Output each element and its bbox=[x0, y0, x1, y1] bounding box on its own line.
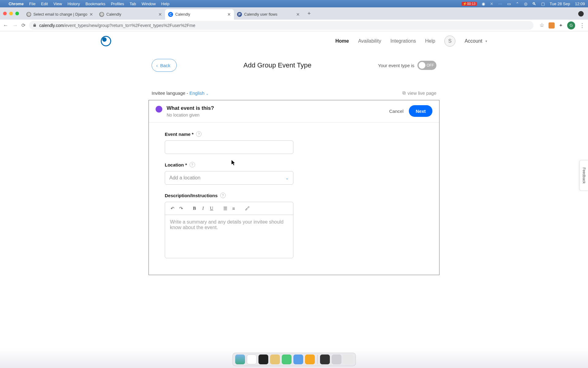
spotlight-icon[interactable]: 🔍︎ bbox=[532, 2, 536, 6]
feedback-tab[interactable]: Feedback bbox=[579, 160, 588, 191]
menubar-date[interactable]: Tue 28 Sep bbox=[550, 2, 570, 6]
numbered-list-icon[interactable]: ≡ bbox=[230, 205, 237, 212]
status-icon-2[interactable]: ✕ bbox=[490, 2, 493, 6]
close-icon[interactable]: ✕ bbox=[296, 12, 300, 17]
app-icon-4[interactable] bbox=[305, 355, 315, 364]
view-live-page-link[interactable]: ⧉ view live page bbox=[402, 90, 436, 96]
tab-2[interactable]: 🌐︎ Calendly ✕ bbox=[96, 9, 165, 20]
event-form-card: What event is this? No location given Ca… bbox=[149, 100, 439, 275]
language-dropdown[interactable]: English ⌄ bbox=[189, 90, 208, 96]
menubar-app[interactable]: Chrome bbox=[9, 2, 24, 6]
calendly-icon: C bbox=[168, 12, 173, 17]
invitee-language: Invitee language - English ⌄ bbox=[152, 90, 209, 96]
calendly-logo[interactable] bbox=[101, 36, 111, 46]
minimize-window[interactable] bbox=[9, 12, 13, 15]
menu-history[interactable]: History bbox=[67, 2, 80, 6]
close-icon[interactable]: ✕ bbox=[89, 12, 93, 17]
description-editor: ↶ ↷ B I U ☰ ≡ 🔗︎ bbox=[165, 202, 293, 258]
cancel-button[interactable]: Cancel bbox=[389, 109, 404, 114]
menu-view[interactable]: View bbox=[53, 2, 62, 6]
help-icon[interactable]: ? bbox=[196, 131, 202, 137]
description-textarea[interactable]: Write a summary and any details your inv… bbox=[165, 215, 293, 258]
status-icon[interactable]: ◉ bbox=[482, 2, 485, 6]
menu-file[interactable]: File bbox=[29, 2, 36, 6]
extension-icon[interactable] bbox=[548, 22, 555, 29]
dock-separator bbox=[317, 355, 318, 364]
dock-area bbox=[0, 350, 588, 368]
control-center-icon[interactable]: ◎ bbox=[524, 2, 527, 6]
redo-icon[interactable]: ↷ bbox=[177, 205, 185, 212]
maximize-window[interactable] bbox=[15, 12, 19, 15]
external-link-icon: ⧉ bbox=[402, 90, 406, 96]
tab-4[interactable]: P Calendly user flows ✕ bbox=[234, 9, 303, 20]
trash-icon[interactable] bbox=[343, 355, 353, 364]
avatar[interactable]: S bbox=[444, 36, 455, 47]
tab-3-active[interactable]: C Calendly ✕ bbox=[165, 9, 234, 20]
menu-tab[interactable]: Tab bbox=[130, 2, 136, 6]
finder-icon[interactable] bbox=[235, 355, 245, 364]
chevron-down-icon: ⌄ bbox=[206, 92, 209, 95]
tab-title: Select email to change | Django bbox=[33, 12, 87, 17]
menu-bookmarks[interactable]: Bookmarks bbox=[85, 2, 105, 6]
address-bar[interactable]: 🔒︎ calendly.com/event_types/new/group?re… bbox=[29, 21, 533, 30]
app-icon-1[interactable] bbox=[270, 355, 280, 364]
chrome-toolbar: ← → ⟳ 🔒︎ calendly.com/event_types/new/gr… bbox=[0, 20, 588, 31]
forward-icon: → bbox=[13, 22, 18, 29]
account-dropdown[interactable]: Account ▾ bbox=[465, 38, 487, 44]
app-icon-6[interactable] bbox=[332, 355, 341, 364]
link-icon[interactable]: 🔗︎ bbox=[243, 205, 251, 212]
tab-1[interactable]: 🌐︎ Select email to change | Django ✕ bbox=[23, 9, 96, 20]
lock-icon[interactable]: 🔒︎ bbox=[33, 23, 37, 28]
menu-edit[interactable]: Edit bbox=[41, 2, 48, 6]
menu-help[interactable]: Help bbox=[161, 2, 170, 6]
underline-icon[interactable]: U bbox=[208, 205, 215, 212]
help-icon[interactable]: ? bbox=[190, 162, 195, 167]
app-icon-3[interactable] bbox=[293, 355, 303, 364]
new-tab-button[interactable]: + bbox=[305, 9, 313, 18]
location-label: Location * bbox=[165, 162, 187, 167]
app-icon-5[interactable] bbox=[320, 355, 330, 364]
help-icon[interactable]: ? bbox=[220, 193, 226, 198]
back-icon[interactable]: ← bbox=[3, 22, 8, 29]
chevron-down-icon: ⌄ bbox=[285, 176, 289, 180]
status-icon-3[interactable]: ⋯ bbox=[498, 2, 502, 6]
battery-indicator[interactable]: ⚡00:13 bbox=[462, 2, 477, 6]
bold-icon[interactable]: B bbox=[191, 205, 198, 212]
toggle-knob bbox=[419, 62, 425, 69]
reload-icon[interactable]: ⟳ bbox=[21, 22, 25, 28]
event-type-toggle[interactable]: OFF bbox=[417, 61, 436, 70]
menu-profiles[interactable]: Profiles bbox=[111, 2, 124, 6]
nav-availability[interactable]: Availability bbox=[358, 38, 381, 44]
bookmark-icon[interactable]: ☆ bbox=[540, 22, 544, 29]
globe-icon: 🌐︎ bbox=[26, 12, 31, 17]
siri-icon[interactable]: ▢ bbox=[541, 2, 545, 6]
app-header: Home Availability Integrations Help S Ac… bbox=[93, 31, 495, 51]
close-icon[interactable]: ✕ bbox=[227, 12, 231, 17]
menu-window[interactable]: Window bbox=[141, 2, 156, 6]
location-select[interactable]: Add a location ⌄ bbox=[165, 171, 293, 185]
battery-icon[interactable]: ▭ bbox=[507, 2, 511, 6]
extensions-puzzle-icon[interactable]: ✦ bbox=[559, 23, 563, 28]
chrome-dock-icon[interactable] bbox=[247, 355, 257, 364]
close-icon[interactable]: ✕ bbox=[158, 12, 162, 17]
section-title: What event is this? bbox=[167, 105, 214, 111]
chevron-down-icon: ▾ bbox=[485, 39, 487, 43]
bullet-list-icon[interactable]: ☰ bbox=[221, 205, 229, 212]
italic-icon[interactable]: I bbox=[199, 205, 207, 212]
event-color-dot[interactable] bbox=[156, 106, 162, 113]
nav-home[interactable]: Home bbox=[335, 38, 349, 44]
app-icon-2[interactable] bbox=[282, 355, 292, 364]
tab-overflow-button[interactable] bbox=[578, 11, 584, 17]
nav-integrations[interactable]: Integrations bbox=[390, 38, 416, 44]
chrome-menu-icon[interactable]: ⋮ bbox=[579, 22, 585, 29]
menubar-time[interactable]: 12:09 bbox=[575, 2, 585, 6]
close-window[interactable] bbox=[3, 12, 7, 15]
nav-help[interactable]: Help bbox=[425, 38, 435, 44]
terminal-icon[interactable] bbox=[258, 355, 268, 364]
next-button[interactable]: Next bbox=[409, 105, 432, 117]
back-button[interactable]: ‹ Back bbox=[152, 59, 177, 72]
wifi-icon[interactable]: ⌃ bbox=[516, 2, 519, 6]
undo-icon[interactable]: ↶ bbox=[169, 205, 176, 212]
event-name-input[interactable] bbox=[165, 140, 293, 154]
profile-avatar[interactable]: G bbox=[567, 21, 575, 29]
